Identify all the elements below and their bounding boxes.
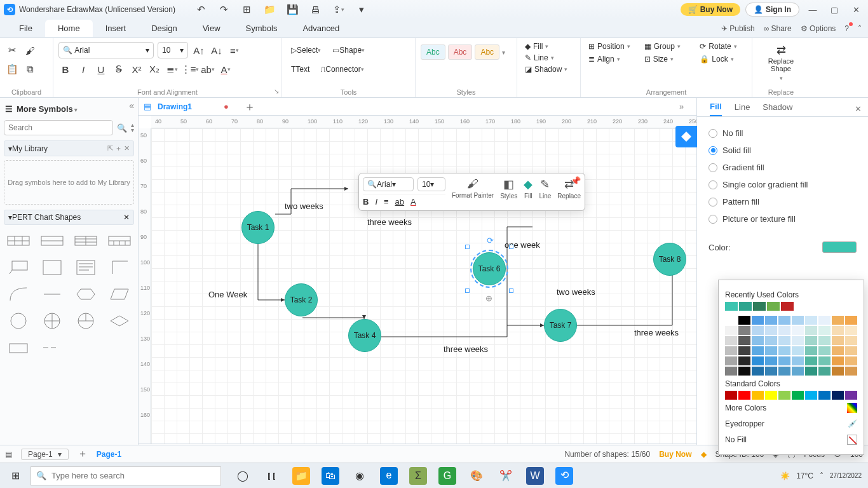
paste-icon[interactable]: 📋 <box>5 62 19 76</box>
theme-color-swatch[interactable] <box>845 316 857 325</box>
shape-table2[interactable] <box>37 230 66 252</box>
collapse-ribbon-button[interactable]: ˄ <box>858 24 862 33</box>
mini-size-select[interactable]: 10 ▾ <box>417 177 445 191</box>
theme-color-swatch[interactable] <box>752 346 764 355</box>
fill-opt-single[interactable]: Single color gradient fill <box>709 176 857 193</box>
theme-color-swatch[interactable] <box>752 367 764 376</box>
recent-color-swatch[interactable] <box>753 302 766 311</box>
shape-rect[interactable] <box>4 337 32 358</box>
theme-color-swatch[interactable] <box>805 336 817 345</box>
highlight-icon[interactable]: ab <box>201 62 215 76</box>
open-icon[interactable]: 📁 <box>263 3 277 17</box>
theme-color-swatch[interactable] <box>832 346 844 355</box>
size-button[interactable]: ⊡ Size <box>642 53 691 65</box>
shape-callout1[interactable] <box>4 257 32 278</box>
decrease-font-icon[interactable]: A↓ <box>210 43 224 57</box>
replace-shape-button[interactable]: Replace Shape <box>757 57 804 72</box>
theme-color-swatch[interactable] <box>805 346 817 355</box>
fill-opt-pattern[interactable]: Pattern fill <box>709 193 857 210</box>
taskview-icon[interactable]: ◯ <box>234 467 252 485</box>
drawing-canvas[interactable]: Task 1 Task 2 Task 4 Task 6 Task 7 Task … <box>151 128 696 444</box>
theme-color-swatch[interactable] <box>765 326 777 335</box>
select-tool[interactable]: ▷ Select <box>287 42 325 58</box>
standard-color-swatch[interactable] <box>845 391 857 400</box>
italic-icon[interactable]: I <box>76 62 90 76</box>
theme-color-swatch[interactable] <box>778 336 790 345</box>
mini-italic-icon[interactable]: I <box>375 197 377 207</box>
document-tab[interactable]: Drawing1 <box>158 102 192 111</box>
store-icon[interactable]: 🛍 <box>322 467 339 485</box>
text-tool[interactable]: T Text <box>287 61 313 78</box>
task-4-node[interactable]: Task 4 <box>348 319 381 352</box>
mini-highlight-icon[interactable]: ab <box>395 197 404 207</box>
theme-color-swatch[interactable] <box>792 326 804 335</box>
mini-format-painter[interactable]: 🖌Format Painter <box>452 177 494 199</box>
standard-color-swatch[interactable] <box>752 391 764 400</box>
eyedropper-button[interactable]: Eyedropper💉 <box>725 416 857 431</box>
shape-note1[interactable] <box>37 257 66 278</box>
new-tab-button[interactable]: ＋ <box>244 99 255 114</box>
theme-color-swatch[interactable] <box>805 316 817 325</box>
sort-icon[interactable]: ▴▾ <box>131 123 134 133</box>
theme-color-swatch[interactable] <box>752 326 764 335</box>
rp-close-icon[interactable]: ✕ <box>855 104 862 114</box>
menu-home[interactable]: Home <box>45 20 93 37</box>
theme-color-swatch[interactable] <box>725 316 737 325</box>
theme-color-swatch[interactable] <box>752 316 764 325</box>
replace-shape-icon[interactable]: ⇄ <box>757 43 804 57</box>
rp-tab-fill[interactable]: Fill <box>710 102 722 116</box>
theme-color-swatch[interactable] <box>752 356 764 365</box>
style-preset-2[interactable]: Abc <box>448 44 473 60</box>
fill-opt-solid[interactable]: Solid fill <box>709 142 857 159</box>
position-button[interactable]: ⊞ Position <box>586 41 635 52</box>
rp-tab-line[interactable]: Line <box>735 102 750 116</box>
mini-font-select[interactable]: 🔍 Arial ▾ <box>363 177 414 191</box>
menu-insert[interactable]: Insert <box>93 20 139 37</box>
shape-hline[interactable] <box>37 283 66 305</box>
redo-icon[interactable]: ↷ <box>217 3 231 17</box>
shape-note2[interactable] <box>72 257 100 278</box>
library-drop-zone[interactable]: Drag symbols here to add to My Library <box>4 160 134 205</box>
theme-color-swatch[interactable] <box>845 346 857 355</box>
chrome-icon[interactable]: ◉ <box>351 467 369 485</box>
standard-color-swatch[interactable] <box>778 391 790 400</box>
theme-color-swatch[interactable] <box>792 356 804 365</box>
tray-chevron-icon[interactable]: ˄ <box>820 471 824 480</box>
taskbar-search[interactable]: 🔍 Type here to search <box>31 466 221 485</box>
cut-icon[interactable]: ✂ <box>5 43 19 57</box>
shape-circle-quad[interactable] <box>72 310 100 332</box>
fill-opt-nofill[interactable]: No fill <box>709 125 857 142</box>
theme-color-swatch[interactable] <box>738 367 750 376</box>
mini-align-icon[interactable]: ≡ <box>384 197 389 207</box>
font-color-icon[interactable]: A <box>219 62 233 76</box>
theme-color-swatch[interactable] <box>792 316 804 325</box>
theme-color-swatch[interactable] <box>818 346 831 355</box>
mini-bold-icon[interactable]: B <box>363 197 369 207</box>
theme-color-swatch[interactable] <box>832 367 844 376</box>
format-sidetool-icon[interactable] <box>675 126 697 147</box>
standard-color-swatch[interactable] <box>832 391 844 400</box>
line-spacing-icon[interactable]: ≣ <box>165 62 179 76</box>
theme-color-swatch[interactable] <box>778 367 790 376</box>
theme-color-swatch[interactable] <box>832 336 844 345</box>
theme-color-swatch[interactable] <box>725 367 737 376</box>
theme-color-swatch[interactable] <box>792 367 804 376</box>
theme-color-swatch[interactable] <box>832 326 844 335</box>
theme-color-swatch[interactable] <box>765 336 777 345</box>
theme-color-swatch[interactable] <box>805 367 817 376</box>
theme-color-swatch[interactable] <box>818 316 831 325</box>
task-7-node[interactable]: Task 7 <box>544 309 577 342</box>
publish-button[interactable]: ✈ Publish <box>721 24 755 33</box>
style-preset-3[interactable]: Abc <box>475 44 499 60</box>
theme-color-swatch[interactable] <box>765 356 777 365</box>
collapse-left-panel-icon[interactable]: « <box>129 100 134 111</box>
increase-font-icon[interactable]: A↑ <box>192 43 206 57</box>
theme-color-swatch[interactable] <box>765 346 777 355</box>
shadow-button[interactable]: ◪ Shadow <box>522 64 575 75</box>
copy-icon[interactable]: ⧉ <box>23 62 37 76</box>
theme-color-swatch[interactable] <box>818 336 831 345</box>
page-selector[interactable]: Page-1▾ <box>21 449 69 460</box>
theme-color-swatch[interactable] <box>778 346 790 355</box>
export-icon[interactable]: ⇪ <box>332 3 346 17</box>
superscript-icon[interactable]: X² <box>130 62 144 76</box>
